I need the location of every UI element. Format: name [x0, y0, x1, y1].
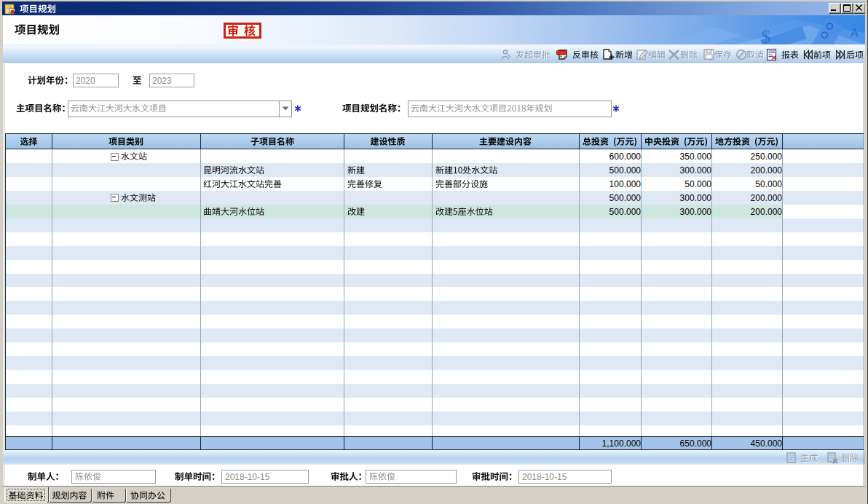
svg-text:$: $ — [761, 26, 770, 44]
svg-text:A: A — [851, 27, 859, 39]
